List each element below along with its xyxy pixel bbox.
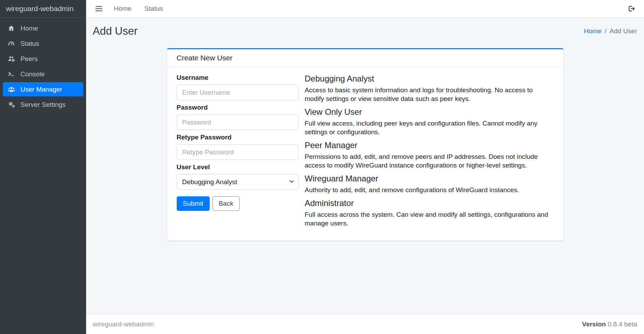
retype-password-label: Retype Password: [177, 134, 299, 141]
role-name: Wireguard Manager: [305, 174, 553, 183]
role-description: Access to basic system information and l…: [305, 86, 553, 103]
brand-link[interactable]: wireguard-webadmin: [0, 0, 86, 18]
sidebar-item-home[interactable]: Home: [3, 21, 83, 35]
role-block-wireguard-manager: Wireguard Manager Authority to add, edit…: [305, 174, 553, 194]
retype-password-input[interactable]: [177, 144, 299, 160]
brand-label: wireguard-webadmin: [6, 5, 74, 13]
role-description: Permissions to add, edit, and remove pee…: [305, 152, 553, 170]
gears-icon: [7, 101, 16, 108]
role-name: Debugging Analyst: [305, 74, 553, 84]
role-name: View Only User: [305, 107, 553, 117]
username-label: Username: [177, 74, 299, 82]
sidebar-item-label: Console: [20, 70, 45, 78]
sidebar-item-label: User Manager: [20, 86, 62, 93]
role-description: Authority to add, edit, and remove confi…: [305, 186, 553, 194]
back-button[interactable]: Back: [212, 196, 240, 211]
role-name: Peer Manager: [305, 140, 553, 150]
footer-version-label: Version: [582, 320, 606, 328]
submit-button[interactable]: Submit: [177, 196, 210, 211]
role-descriptions: Debugging Analyst Access to basic system…: [299, 74, 553, 232]
role-block-debugging-analyst: Debugging Analyst Access to basic system…: [305, 74, 553, 103]
home-icon: [7, 25, 16, 32]
user-level-select-wrap: Debugging Analyst: [177, 174, 299, 190]
role-description: Full view access, including peer keys an…: [305, 119, 553, 136]
breadcrumb-home-link[interactable]: Home: [584, 27, 602, 35]
topbar: Home Status: [86, 0, 644, 18]
footer-version-value: 0.8.4 beta: [608, 320, 637, 328]
sidebar-item-label: Peers: [20, 55, 38, 63]
logout-button[interactable]: [627, 4, 636, 13]
role-name: Administrator: [305, 198, 553, 208]
sidebar-nav: Home Status: [0, 18, 86, 116]
username-field-group: Username: [177, 74, 299, 100]
app-root: wireguard-webadmin Home Status: [0, 0, 644, 334]
gauge-icon: [7, 40, 16, 47]
password-field-group: Password: [177, 104, 299, 130]
create-user-card: Create New User Username Password: [167, 48, 563, 241]
terminal-icon: [7, 70, 16, 78]
add-user-form: Username Password Retype Password U: [177, 74, 299, 232]
form-buttons: Submit Back: [177, 196, 299, 211]
breadcrumb: Home / Add User: [584, 27, 637, 35]
sidebar-item-user-manager[interactable]: User Manager: [3, 82, 83, 96]
card-title: Create New User: [177, 54, 554, 62]
menu-toggle-button[interactable]: [94, 4, 104, 13]
footer: wireguard-webadmin Version 0.8.4 beta: [86, 314, 644, 334]
topbar-link-home[interactable]: Home: [114, 5, 132, 12]
sidebar-item-status[interactable]: Status: [3, 36, 83, 51]
sidebar-item-label: Server Settings: [20, 101, 66, 109]
sign-out-icon: [627, 5, 636, 12]
password-label: Password: [177, 104, 299, 111]
page-header: Add User Home / Add User: [86, 18, 644, 37]
page-title: Add User: [93, 25, 137, 37]
role-block-peer-manager: Peer Manager Permissions to add, edit, a…: [305, 140, 553, 170]
footer-brand: wireguard-webadmin: [93, 320, 154, 328]
sidebar-item-peers[interactable]: Peers: [3, 52, 83, 66]
users-icon: [7, 86, 16, 93]
users-gear-icon: [7, 55, 16, 62]
role-block-view-only-user: View Only User Full view access, includi…: [305, 107, 553, 136]
sidebar-item-label: Home: [20, 25, 38, 32]
password-input[interactable]: [177, 114, 299, 130]
card-body: Username Password Retype Password U: [167, 67, 563, 241]
sidebar-item-server-settings[interactable]: Server Settings: [3, 97, 83, 112]
footer-version: Version 0.8.4 beta: [582, 320, 637, 328]
hamburger-icon: [95, 6, 103, 12]
main-column: Home Status Add User Home: [86, 0, 644, 334]
sidebar-item-label: Status: [20, 40, 39, 48]
content-area: Add User Home / Add User Create New User…: [86, 18, 644, 314]
user-level-label: User Level: [177, 163, 299, 171]
username-input[interactable]: [177, 85, 299, 100]
breadcrumb-current: Add User: [610, 27, 637, 35]
role-block-administrator: Administrator Full access across the sys…: [305, 198, 553, 228]
sidebar-item-console[interactable]: Console: [3, 67, 83, 81]
card-header: Create New User: [167, 49, 563, 67]
user-level-select[interactable]: Debugging Analyst: [177, 174, 299, 190]
topbar-link-status[interactable]: Status: [144, 5, 163, 12]
role-description: Full access across the system. Can view …: [305, 210, 553, 228]
breadcrumb-separator: /: [605, 27, 607, 35]
sidebar: wireguard-webadmin Home Status: [0, 0, 86, 334]
retype-password-field-group: Retype Password: [177, 134, 299, 160]
user-level-field-group: User Level Debugging Analyst: [177, 163, 299, 190]
